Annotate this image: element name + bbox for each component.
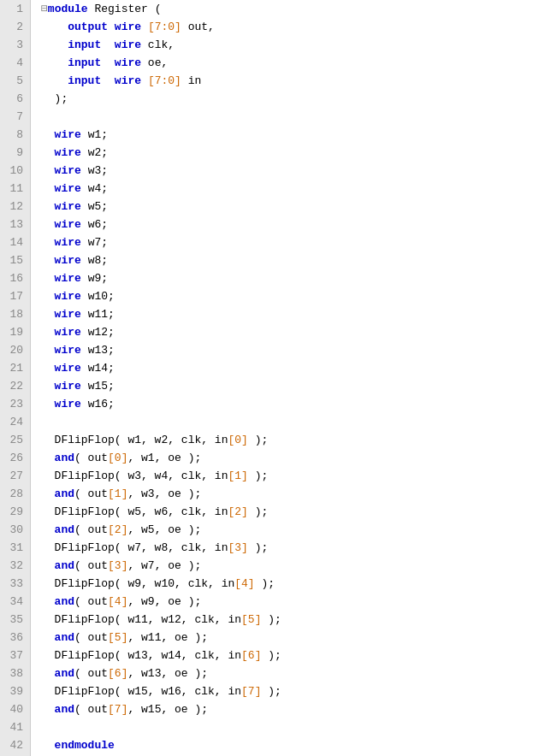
code-line: wire w3; bbox=[41, 162, 533, 180]
line-number: 34 bbox=[7, 593, 23, 611]
plain-token: w3; bbox=[81, 162, 108, 180]
plain-token bbox=[41, 162, 55, 180]
line-number: 19 bbox=[7, 323, 23, 341]
type-token: wire bbox=[55, 395, 81, 413]
code-line: wire w8; bbox=[41, 251, 533, 269]
range-token: [7:0] bbox=[148, 72, 181, 90]
code-line: wire w12; bbox=[41, 323, 533, 341]
kw-token: and bbox=[55, 700, 74, 718]
line-number: 27 bbox=[7, 467, 23, 485]
plain-token bbox=[41, 216, 55, 233]
plain-token: Register ( bbox=[88, 0, 162, 18]
plain-token: ); bbox=[248, 467, 268, 485]
plain-token bbox=[101, 54, 115, 72]
line-number: 15 bbox=[7, 251, 23, 269]
plain-token bbox=[41, 629, 55, 647]
line-number: 8 bbox=[7, 126, 23, 144]
plain-token: out, bbox=[181, 18, 215, 36]
plain-token bbox=[101, 36, 115, 54]
plain-token: w6; bbox=[81, 216, 108, 233]
plain-token: ); bbox=[255, 575, 275, 593]
type-token: wire bbox=[55, 377, 81, 395]
kw-token: input bbox=[68, 36, 101, 54]
plain-token bbox=[41, 485, 55, 503]
plain-token: oe, bbox=[141, 54, 168, 72]
type-token: wire bbox=[55, 341, 81, 359]
type-token: wire bbox=[55, 359, 81, 377]
code-line: ⊟module Register ( bbox=[41, 0, 533, 18]
type-token: wire bbox=[115, 72, 141, 90]
plain-token: , w3, oe ); bbox=[127, 485, 201, 503]
code-line: wire w11; bbox=[41, 305, 533, 323]
plain-token: ( out bbox=[74, 485, 108, 503]
code-line: DFlipFlop( w11, w12, clk, in[5] ); bbox=[41, 611, 533, 629]
line-number: 11 bbox=[7, 180, 23, 198]
plain-token: w4; bbox=[81, 180, 108, 198]
code-line: wire w1; bbox=[41, 126, 533, 144]
code-line: DFlipFlop( w5, w6, clk, in[2] ); bbox=[41, 503, 533, 521]
code-line: wire w16; bbox=[41, 395, 533, 413]
code-line: endmodule bbox=[41, 736, 533, 754]
plain-token bbox=[41, 233, 55, 251]
plain-token: w2; bbox=[81, 144, 108, 162]
line-number-gutter: 1234567891011121314151617181920212223242… bbox=[0, 0, 31, 756]
line-number: 26 bbox=[7, 449, 23, 467]
range-token: [5] bbox=[241, 611, 261, 629]
plain-token: , w11, oe ); bbox=[127, 629, 208, 647]
code-line: ); bbox=[41, 90, 533, 108]
plain-token bbox=[41, 664, 55, 682]
line-number: 32 bbox=[7, 557, 23, 575]
type-token: wire bbox=[55, 180, 81, 198]
plain-token bbox=[108, 18, 115, 36]
plain-token: ); bbox=[248, 539, 268, 557]
line-number: 41 bbox=[7, 718, 23, 736]
code-line: DFlipFlop( w7, w8, clk, in[3] ); bbox=[41, 539, 533, 557]
code-line bbox=[41, 108, 533, 126]
type-token: wire bbox=[55, 162, 81, 180]
plain-token bbox=[41, 180, 55, 198]
line-number: 40 bbox=[7, 700, 23, 718]
plain-token: , w7, oe ); bbox=[127, 557, 201, 575]
range-token: [6] bbox=[108, 664, 127, 682]
plain-token: ); bbox=[261, 611, 281, 629]
collapse-icon-token: ⊟ bbox=[41, 0, 48, 18]
type-token: wire bbox=[115, 54, 141, 72]
plain-token bbox=[41, 449, 55, 467]
code-line: and( out[7], w15, oe ); bbox=[41, 700, 533, 718]
kw-token: module bbox=[48, 0, 88, 18]
line-number: 4 bbox=[7, 54, 23, 72]
code-line: wire w6; bbox=[41, 216, 533, 233]
line-number: 13 bbox=[7, 216, 23, 233]
code-line: wire w5; bbox=[41, 198, 533, 216]
line-number: 24 bbox=[7, 413, 23, 431]
type-token: wire bbox=[55, 251, 81, 269]
plain-token bbox=[101, 72, 115, 90]
code-line: wire w2; bbox=[41, 144, 533, 162]
plain-token: w7; bbox=[81, 233, 108, 251]
plain-token bbox=[41, 323, 55, 341]
plain-token: , w15, oe ); bbox=[127, 700, 208, 718]
code-line: wire w14; bbox=[41, 359, 533, 377]
range-token: [1] bbox=[228, 467, 247, 485]
line-number: 42 bbox=[7, 736, 23, 754]
code-line: DFlipFlop( w9, w10, clk, in[4] ); bbox=[41, 575, 533, 593]
plain-token: w10; bbox=[81, 287, 115, 305]
code-line: DFlipFlop( w1, w2, clk, in[0] ); bbox=[41, 431, 533, 449]
line-number: 30 bbox=[7, 521, 23, 539]
line-number: 17 bbox=[7, 287, 23, 305]
plain-token bbox=[141, 18, 148, 36]
plain-token: DFlipFlop( w15, w16, clk, in bbox=[41, 682, 241, 700]
code-line: DFlipFlop( w13, w14, clk, in[6] ); bbox=[41, 647, 533, 664]
plain-token bbox=[41, 269, 55, 287]
plain-token bbox=[41, 18, 68, 36]
plain-token bbox=[41, 54, 68, 72]
plain-token bbox=[141, 72, 148, 90]
plain-token: DFlipFlop( w13, w14, clk, in bbox=[41, 647, 241, 664]
plain-token: ( out bbox=[74, 557, 108, 575]
plain-token bbox=[41, 305, 55, 323]
range-token: [7] bbox=[108, 700, 127, 718]
plain-token bbox=[41, 341, 55, 359]
plain-token: ( out bbox=[74, 521, 108, 539]
kw-token: and bbox=[55, 629, 74, 647]
plain-token: ( out bbox=[74, 700, 108, 718]
